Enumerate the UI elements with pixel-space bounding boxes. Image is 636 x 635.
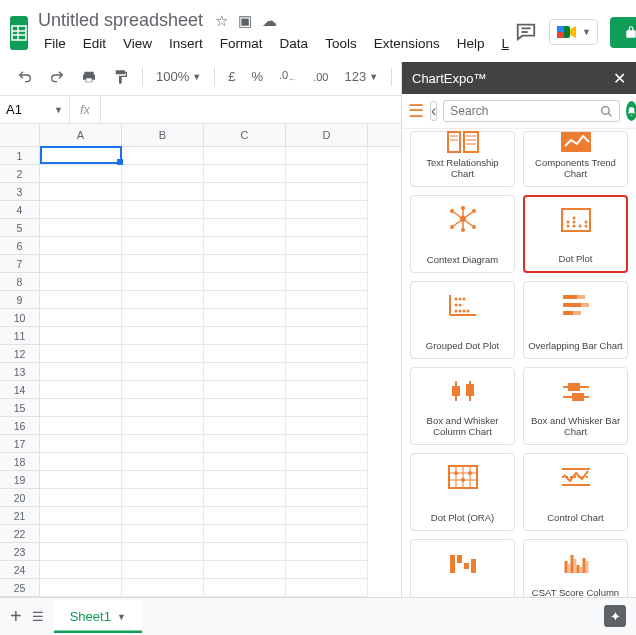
chart-card-control[interactable]: Control Chart <box>523 453 628 531</box>
cell[interactable] <box>40 345 122 363</box>
cell[interactable] <box>40 219 122 237</box>
all-sheets-button[interactable]: ☰ <box>32 609 44 624</box>
cell[interactable] <box>286 507 368 525</box>
cell[interactable] <box>122 417 204 435</box>
cell[interactable] <box>40 327 122 345</box>
print-button[interactable] <box>74 64 104 90</box>
cell[interactable] <box>40 417 122 435</box>
cell[interactable] <box>286 471 368 489</box>
number-format-select[interactable]: 123▼ <box>337 64 385 89</box>
menu-file[interactable]: File <box>38 33 72 54</box>
cell[interactable] <box>286 165 368 183</box>
cell[interactable] <box>122 453 204 471</box>
cell[interactable] <box>40 543 122 561</box>
chart-card-waterfall[interactable]: Waterfall Chart <box>410 539 515 597</box>
cell[interactable] <box>204 219 286 237</box>
doc-title[interactable]: Untitled spreadsheet <box>38 10 203 31</box>
cell[interactable] <box>204 489 286 507</box>
cell[interactable] <box>286 255 368 273</box>
menu-format[interactable]: Format <box>214 33 269 54</box>
cell[interactable] <box>122 165 204 183</box>
cell[interactable] <box>286 345 368 363</box>
row-header[interactable]: 3 <box>0 183 40 201</box>
cell[interactable] <box>204 201 286 219</box>
name-box[interactable]: A1▼ <box>0 96 70 123</box>
cell[interactable] <box>286 147 368 165</box>
paint-format-button[interactable] <box>106 64 136 90</box>
sheets-logo[interactable] <box>10 16 28 50</box>
col-header[interactable]: B <box>122 124 204 146</box>
chart-card-grouped-dot[interactable]: Grouped Dot Plot <box>410 281 515 359</box>
row-header[interactable]: 19 <box>0 471 40 489</box>
close-icon[interactable]: ✕ <box>613 69 626 88</box>
cell[interactable] <box>122 507 204 525</box>
chart-card-overlap-bar[interactable]: Overlapping Bar Chart <box>523 281 628 359</box>
menu-view[interactable]: View <box>117 33 158 54</box>
undo-button[interactable] <box>10 64 40 90</box>
cell[interactable] <box>204 507 286 525</box>
cell[interactable] <box>286 291 368 309</box>
cell[interactable] <box>204 435 286 453</box>
cell[interactable] <box>204 471 286 489</box>
back-icon[interactable]: ‹ <box>430 101 437 121</box>
cell[interactable] <box>40 147 122 165</box>
cell[interactable] <box>122 543 204 561</box>
row-header[interactable]: 5 <box>0 219 40 237</box>
cell[interactable] <box>286 201 368 219</box>
cell[interactable] <box>122 327 204 345</box>
cell[interactable] <box>286 525 368 543</box>
cell[interactable] <box>122 525 204 543</box>
cell[interactable] <box>204 543 286 561</box>
cell[interactable] <box>204 273 286 291</box>
cell[interactable] <box>40 291 122 309</box>
chart-card-dot-ora[interactable]: Dot Plot (ORA) <box>410 453 515 531</box>
comments-icon[interactable] <box>515 21 537 43</box>
row-header[interactable]: 11 <box>0 327 40 345</box>
explore-button[interactable]: ✦ <box>604 605 626 627</box>
row-header[interactable]: 7 <box>0 255 40 273</box>
cell[interactable] <box>40 507 122 525</box>
row-header[interactable]: 18 <box>0 453 40 471</box>
cell[interactable] <box>204 579 286 597</box>
cell[interactable] <box>122 237 204 255</box>
select-all-corner[interactable] <box>0 124 40 146</box>
cell[interactable] <box>122 255 204 273</box>
cell[interactable] <box>40 255 122 273</box>
cell[interactable] <box>286 219 368 237</box>
row-header[interactable]: 21 <box>0 507 40 525</box>
cell[interactable] <box>204 453 286 471</box>
row-header[interactable]: 14 <box>0 381 40 399</box>
cell[interactable] <box>40 273 122 291</box>
cell[interactable] <box>40 399 122 417</box>
cell[interactable] <box>286 363 368 381</box>
chart-card-comp-trend[interactable]: Components Trend Chart <box>523 131 628 187</box>
search-input[interactable] <box>443 100 620 122</box>
cell[interactable] <box>286 309 368 327</box>
menu-edit[interactable]: Edit <box>77 33 112 54</box>
cell[interactable] <box>204 183 286 201</box>
menu-help[interactable]: Help <box>451 33 491 54</box>
cell[interactable] <box>40 201 122 219</box>
cell[interactable] <box>286 543 368 561</box>
cell[interactable] <box>204 399 286 417</box>
row-header[interactable]: 25 <box>0 579 40 597</box>
cell[interactable] <box>40 165 122 183</box>
row-header[interactable]: 9 <box>0 291 40 309</box>
cell[interactable] <box>286 489 368 507</box>
cloud-icon[interactable]: ☁ <box>262 12 277 30</box>
row-header[interactable]: 13 <box>0 363 40 381</box>
cell[interactable] <box>122 219 204 237</box>
share-button[interactable]: Share <box>610 17 636 48</box>
cell[interactable] <box>40 561 122 579</box>
cell[interactable] <box>122 471 204 489</box>
row-header[interactable]: 24 <box>0 561 40 579</box>
cell[interactable] <box>204 255 286 273</box>
cell[interactable] <box>40 237 122 255</box>
cell[interactable] <box>286 273 368 291</box>
cell[interactable] <box>40 489 122 507</box>
cell[interactable] <box>40 435 122 453</box>
cell[interactable] <box>40 525 122 543</box>
cell[interactable] <box>122 399 204 417</box>
redo-button[interactable] <box>42 64 72 90</box>
col-header[interactable]: A <box>40 124 122 146</box>
